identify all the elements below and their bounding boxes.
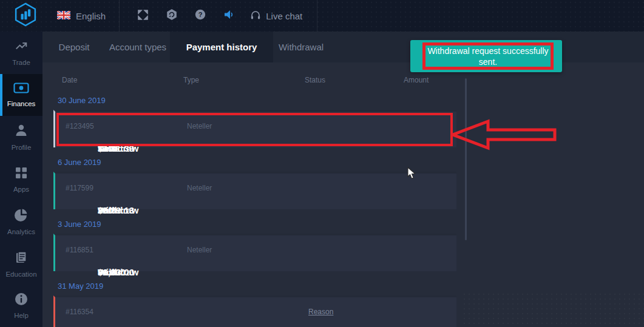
row-transaction-id: #117599 [66,184,187,192]
tab-deposit[interactable]: Deposit [42,32,106,62]
table-groups: 30 June 2019 14:31:39 #123495 Withdraw N… [53,96,456,327]
topbar-divider [317,0,317,32]
sound-button[interactable] [214,9,243,22]
sidebar-item-label: Trade [12,59,30,66]
column-header-type: Type [183,76,305,86]
sidebar-item-label: Education [5,271,36,278]
fullscreen-button[interactable] [129,10,157,22]
sidebar-nav: Trade Finances Profile App [0,32,42,327]
uk-flag-icon [57,11,70,21]
fullscreen-icon [138,10,148,22]
payment-history-table: Date Type Status Amount 30 June 2019 14:… [53,76,456,327]
help-button[interactable]: ? [186,9,214,22]
row-method: Neteller [187,246,308,254]
row-transaction-id: #116851 [66,246,187,254]
sidebar-item-trade[interactable]: Trade [0,32,42,74]
person-icon [14,123,29,140]
sidebar-item-help[interactable]: Help [0,285,42,327]
row-method: Neteller [187,184,308,192]
row-reason-link[interactable]: Reason [308,308,407,316]
table-row[interactable]: 06:33:00 #116851 Withdraw Neteller Paid … [53,234,456,271]
sidebar-item-label: Profile [12,144,32,151]
vertical-scrollbar[interactable] [465,78,467,240]
sidebar-item-analytics[interactable]: Analytics [0,200,42,243]
mouse-cursor [407,167,416,182]
table-header-row: Date Type Status Amount [53,76,456,86]
app-logo[interactable] [0,2,51,29]
column-header-status: Status [305,76,404,86]
top-bar: English ? [0,0,644,32]
row-transaction-id: #116354 [66,308,187,316]
sidebar-item-apps[interactable]: Apps [0,158,42,201]
annotation-arrow-left [450,119,557,153]
logo-icon [13,2,38,29]
column-header-amount: Amount [404,76,456,86]
annotation-box-toast: Withdrawal request successfully sent. [422,42,554,70]
sidebar-item-label: Apps [13,186,29,193]
column-header-date: Date [62,76,183,86]
speaker-icon [223,9,234,22]
group-date: 30 June 2019 [58,96,456,105]
sidebar-item-label: Analytics [7,228,35,235]
table-row[interactable]: 10:54:16 #116354 Withdraw Rejected Reaso… [53,295,456,327]
info-icon [15,292,28,308]
banknote-icon [13,82,29,96]
question-icon: ? [195,9,206,22]
row-method: Neteller [187,122,308,130]
tab-account-types[interactable]: Account types [106,32,170,62]
grid-icon [15,166,28,182]
svg-text:?: ? [198,11,202,18]
row-transaction-id: #123495 [66,122,187,130]
sidebar-item-label: Finances [7,100,36,107]
table-row[interactable]: 14:31:39 #123495 Withdraw Neteller New $… [53,110,456,147]
tab-payment-history[interactable]: Payment history [170,32,273,62]
pie-chart-icon [14,207,29,224]
main-area: Deposit Account types Payment history Wi… [42,32,644,327]
sidebar-item-education[interactable]: Education [0,243,42,285]
date-group: 30 June 2019 14:31:39 #123495 Withdraw N… [53,96,456,147]
sidebar-item-label: Help [14,312,29,319]
table-row[interactable]: 20:39:13 #117599 Withdraw Neteller Paid … [53,172,456,209]
live-chat-label: Live chat [266,11,302,21]
trend-up-icon [14,39,29,55]
language-label: English [76,11,106,21]
sidebar-item-profile[interactable]: Profile [0,116,42,158]
sidebar-item-finances[interactable]: Finances [0,74,42,116]
language-selector[interactable]: English [51,11,119,21]
headset-icon [250,10,261,22]
toast-message: Withdrawal request successfully sent. [427,46,549,67]
payment-history-panel: Date Type Status Amount 30 June 2019 14:… [42,62,644,327]
tab-withdrawal[interactable]: Withdrawal [273,32,329,62]
hexagon-refresh-icon [166,8,178,23]
book-icon [14,250,29,267]
platform-button[interactable] [157,8,186,23]
live-chat-button[interactable]: Live chat [243,10,317,22]
toast-notification: Withdrawal request successfully sent. [410,40,562,72]
